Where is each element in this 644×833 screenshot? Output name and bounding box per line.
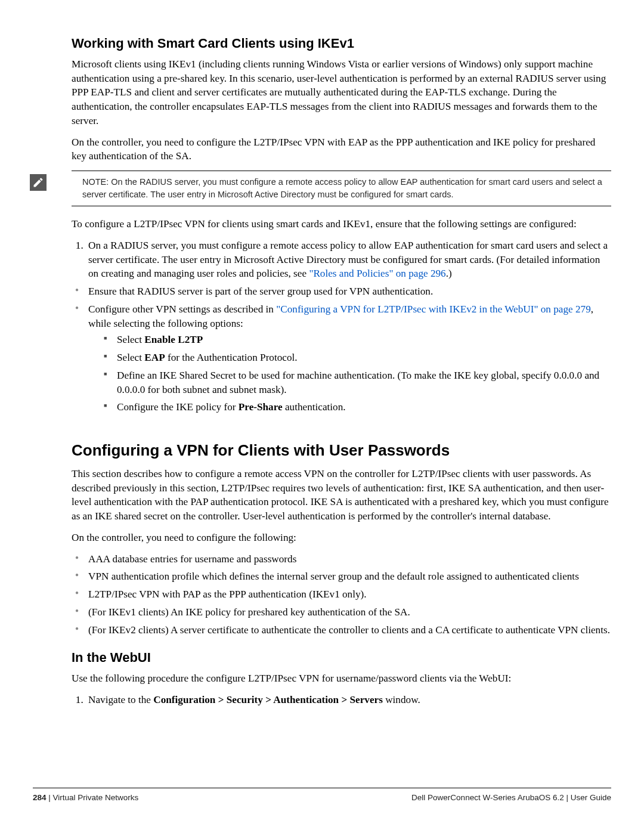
heading-webui: In the WebUI xyxy=(72,650,611,665)
footer-section-label: | Virtual Private Networks xyxy=(47,793,139,802)
bullet-list: AAA database entries for username and pa… xyxy=(72,552,611,637)
ordered-list: Navigate to the Configuration > Security… xyxy=(72,693,611,707)
text: Select xyxy=(117,352,144,363)
heading-ikev1: Working with Smart Card Clients using IK… xyxy=(72,36,611,51)
pencil-note-icon xyxy=(30,174,47,191)
text: for the Authentication Protocol. xyxy=(165,352,298,363)
list-item: (For IKEv1 clients) An IKE policy for pr… xyxy=(86,605,611,620)
heading-user-passwords: Configuring a VPN for Clients with User … xyxy=(72,441,611,460)
paragraph: This section describes how to configure … xyxy=(72,467,611,524)
text: authentication. xyxy=(283,401,346,413)
paragraph: On the controller, you need to configure… xyxy=(72,531,611,545)
document-page: Working with Smart Card Clients using IK… xyxy=(0,0,644,833)
footer-right: Dell PowerConnect W-Series ArubaOS 6.2 |… xyxy=(411,793,611,802)
list-item: Configure other VPN settings as describe… xyxy=(86,302,611,414)
list-item: Ensure that RADIUS server is part of the… xyxy=(86,284,611,299)
paragraph: On the controller, you need to configure… xyxy=(72,135,611,163)
note-text: NOTE: On the RADIUS server, you must con… xyxy=(72,171,611,206)
list-item: AAA database entries for username and pa… xyxy=(86,552,611,566)
list-item: L2TP/IPsec VPN with PAP as the PPP authe… xyxy=(86,587,611,602)
text: window. xyxy=(383,694,420,705)
bullet-list: Ensure that RADIUS server is part of the… xyxy=(72,284,611,414)
bold-text: Configuration > Security > Authenticatio… xyxy=(153,694,383,705)
paragraph: Use the following procedure the configur… xyxy=(72,671,611,686)
bold-text: EAP xyxy=(144,352,165,363)
text: Configure the IKE policy for xyxy=(117,401,239,413)
page-number: 284 xyxy=(33,793,47,802)
text: .) xyxy=(446,268,452,279)
list-item: On a RADIUS server, you must configure a… xyxy=(86,239,611,281)
list-item: VPN authentication profile which defines… xyxy=(86,569,611,584)
text: Navigate to the xyxy=(88,694,153,705)
list-item: Configure the IKE policy for Pre-Share a… xyxy=(114,400,611,414)
text: Select xyxy=(117,334,144,345)
paragraph: Microsoft clients using IKEv1 (including… xyxy=(72,57,611,128)
page-footer: 284 | Virtual Private Networks Dell Powe… xyxy=(33,788,611,802)
list-item: Select Enable L2TP xyxy=(114,333,611,347)
list-item: Navigate to the Configuration > Security… xyxy=(86,693,611,707)
list-item: (For IKEv2 clients) A server certificate… xyxy=(86,623,611,637)
bold-text: Enable L2TP xyxy=(144,334,203,345)
nested-list: Select Enable L2TP Select EAP for the Au… xyxy=(88,333,611,414)
ordered-list: On a RADIUS server, you must configure a… xyxy=(72,239,611,281)
text: Configure other VPN settings as describe… xyxy=(88,304,276,315)
note-block: NOTE: On the RADIUS server, you must con… xyxy=(72,171,611,206)
list-item: Define an IKE Shared Secret to be used f… xyxy=(114,368,611,397)
bold-text: Pre-Share xyxy=(239,401,283,413)
footer-left: 284 | Virtual Private Networks xyxy=(33,793,138,802)
link-roles-policies[interactable]: "Roles and Policies" on page 296 xyxy=(309,268,445,279)
link-vpn-ikev2[interactable]: "Configuring a VPN for L2TP/IPsec with I… xyxy=(276,304,591,315)
paragraph: To configure a L2TP/IPsec VPN for client… xyxy=(72,217,611,231)
list-item: Select EAP for the Authentication Protoc… xyxy=(114,351,611,365)
